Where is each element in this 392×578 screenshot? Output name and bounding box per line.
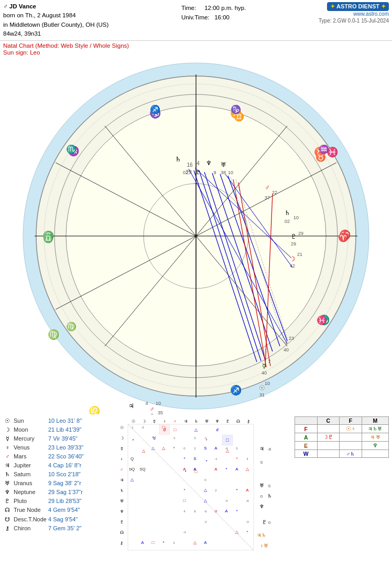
svg-text:□: □ [152,540,155,545]
fire-label: F [295,425,318,433]
svg-text:9: 9 [213,170,216,175]
svg-text:△: △ [162,446,166,451]
planet-name-jupiter: Jupiter [14,461,46,470]
svg-text:♄: ♄ [267,493,272,499]
planet-row-sun: ☉ Sun 10 Leo 31' 8" [3,416,113,425]
svg-text:35: 35 [158,410,163,414]
svg-text:⚷: ⚷ [247,419,250,424]
svg-text:A: A [141,540,144,545]
svg-text:2: 2 [194,447,196,450]
svg-text:♃: ♃ [259,446,264,452]
planet-pos-pluto: 29 Lib 28'53" [48,497,82,506]
astro-url: www.astro.com [353,11,389,17]
planet-pos-neptune: 29 Sag 1'37"r [48,488,83,497]
planet-list: ☉ Sun 10 Leo 31' 8" ☽ Moon 21 Lib 41'39"… [3,416,113,554]
person-name: ♂ JD Vance [3,2,108,11]
planet-pos-mercury: 7 Vir 39'45" [48,434,78,443]
planet-pos-venus: 23 Leo 39'33" [48,443,83,452]
saturn-symbol: ♄ [3,470,12,479]
svg-text:A: A [214,446,217,451]
planet-pos-mars: 22 Sco 36'40" [48,452,84,461]
svg-text:-1: -1 [204,436,207,440]
svg-text:*: * [236,456,237,461]
water-fixed: ♂♄ [340,450,362,458]
svg-text:*: * [132,438,134,443]
svg-text:02: 02 [285,219,290,224]
svg-text:37: 37 [265,195,270,200]
svg-text:△: △ [142,448,146,453]
water-label: W [295,450,318,458]
birth-location: in Middletown (Butler County), OH (US) [3,20,108,29]
svg-text:♃: ♃ [120,478,124,483]
water-row: W ♂♄ [295,450,389,458]
svg-text:♑: ♑ [231,104,241,114]
table-header-cardinal: C [317,417,340,425]
svg-text:0: 0 [204,478,206,481]
svg-text:♂: ♂ [120,467,123,472]
svg-text:Q: Q [130,456,134,461]
svg-text:A: A [214,467,217,472]
svg-text:21: 21 [297,252,302,257]
earth-mutable: ♆ [362,442,388,450]
svg-text:♆: ♆ [215,419,219,424]
birth-date: born on Th., 2 August 1984 [3,11,108,20]
planet-row-mercury: ☿ Mercury 7 Vir 39'45" [3,434,113,443]
svg-text:♄: ♄ [285,209,290,217]
svg-text:♈: ♈ [338,232,349,242]
planet-name-mercury: Mercury [14,434,46,443]
jupiter-symbol: ♃ [3,461,12,470]
planet-row-neptune: ♆ Neptune 29 Sag 1'37"r [3,488,113,497]
truenode-symbol: ☊ [3,506,12,515]
planet-row-venus: ♀ Venus 23 Leo 39'33" [3,443,113,452]
planet-name-neptune: Neptune [14,488,46,497]
svg-text:-6: -6 [267,447,271,452]
svg-text:♇: ♇ [291,233,297,240]
svg-text:3: 3 [173,541,175,544]
svg-text:*: * [183,456,185,461]
svg-text:♆: ♆ [120,509,124,514]
planet-pos-jupiter: 4 Cap 16' 8"r [48,461,82,470]
svg-text:☿: ☿ [153,419,156,424]
svg-text:-8: -8 [246,499,249,502]
venus-symbol: ♀ [3,443,12,452]
pluto-symbol: ♇ [3,497,12,506]
svg-text:♇: ♇ [120,520,124,525]
planet-name-venus: Venus [14,443,46,452]
svg-text:☽: ☽ [120,436,124,441]
table-header-mutable: M [362,417,388,425]
svg-text:♄: ♄ [120,488,124,493]
svg-text:10: 10 [156,401,161,406]
sun-sign: Sun sign: Leo [0,49,392,58]
svg-text:29: 29 [291,241,296,247]
planet-pos-descnode: 4 Sag 9'54" [48,515,78,524]
svg-line-196 [128,424,254,550]
svg-text:*: * [173,446,175,451]
svg-text:♃: ♃ [128,402,134,410]
svg-text:*: * [183,488,185,493]
water-mutable [362,450,388,458]
svg-text:-2: -2 [204,520,207,523]
svg-text:5: 5 [236,447,238,450]
svg-text:☊: ☊ [236,419,240,424]
univ-value: 16:00 [214,14,230,20]
svg-text:A: A [225,509,228,513]
svg-text:♀♅: ♀♅ [260,543,269,549]
time-label: Time: [181,5,196,11]
header: ♂ JD Vance born on Th., 2 August 1984 in… [0,0,392,41]
time-value: 12:00 p.m. hyp. [204,5,246,11]
table-header-fixed: F [340,417,362,425]
mercury-symbol: ☿ [3,434,12,443]
air-cardinal: ☽♇ [317,433,340,442]
natal-chart-svg: × ♈ ♉ ♊ ♋ ♌ ♍ ♎ ♏ ♐ ♑ ♒ ♓ ♈ ♉ ♊ ♋ [0,58,392,414]
svg-text:8: 8 [194,510,196,513]
uranus-symbol: ♅ [3,479,12,488]
svg-text:☿: ☿ [121,446,123,451]
planet-pos-truenode: 4 Gem 9'54" [48,506,80,515]
svg-text:bQ: bQ [129,467,135,472]
mars-symbol: ♂ [3,452,12,461]
planet-pos-chiron: 7 Gem 35' 2" [48,524,81,533]
planet-pos-sun: 10 Leo 31' 8" [48,416,82,425]
planet-row-descnode: ☋ Desc.T.Node 4 Sag 9'54" [3,515,113,524]
svg-text:♎: ♎ [43,233,53,243]
svg-text:S: S [204,446,206,451]
